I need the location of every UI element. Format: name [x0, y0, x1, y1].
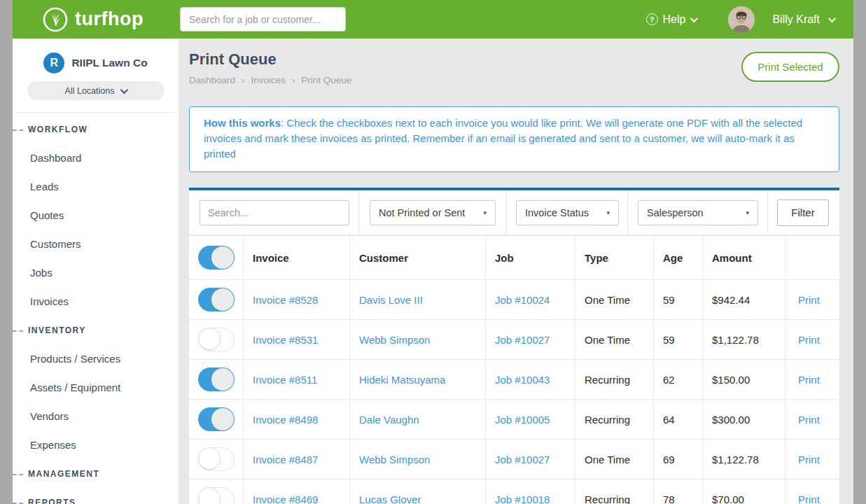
row-select-toggle[interactable]	[198, 407, 235, 431]
age-cell: 59	[654, 280, 703, 319]
chevron-down-icon	[690, 14, 698, 22]
invoice-status-value: Invoice Status	[525, 207, 589, 218]
invoice-link[interactable]: Invoice #8498	[253, 414, 318, 426]
type-cell: One Time	[575, 440, 654, 479]
table-search-input[interactable]	[200, 200, 349, 225]
row-select-toggle[interactable]	[198, 447, 235, 471]
age-cell: 69	[654, 440, 703, 479]
select-all-toggle[interactable]	[198, 246, 235, 270]
print-selected-button[interactable]: Print Selected	[741, 52, 839, 82]
invoice-status-select[interactable]: Invoice Status ▾	[516, 200, 619, 225]
sidebar-item-invoices[interactable]: Invoices	[13, 287, 179, 316]
customer-link[interactable]: Lucas Glover	[359, 493, 421, 504]
dash-decoration	[13, 330, 23, 332]
table-row: Invoice #8498 Dale Vaughn Job #10005 Rec…	[189, 400, 839, 440]
invoice-link[interactable]: Invoice #8511	[253, 374, 317, 386]
age-cell: 59	[654, 320, 703, 359]
filter-button[interactable]: Filter	[777, 200, 829, 226]
sidebar-item-products-services[interactable]: Products / Services	[13, 344, 179, 373]
help-menu[interactable]: ? Help	[646, 13, 697, 26]
dropdown-arrow-icon: ▾	[606, 209, 610, 216]
sidebar-item-expenses[interactable]: Expenses	[13, 430, 179, 459]
nav-section-reports: REPORTS	[13, 488, 179, 504]
customer-link[interactable]: Davis Love III	[359, 294, 423, 306]
company-logo: R	[43, 52, 64, 74]
nav-section-workflow: WORKFLOW	[13, 115, 179, 144]
invoice-table: Invoice Customer Job Type Age Amount Inv…	[189, 236, 839, 504]
dash-decoration	[13, 474, 23, 475]
customer-link[interactable]: Dale Vaughn	[359, 414, 419, 426]
job-link[interactable]: Job #10027	[495, 454, 550, 465]
invoice-link[interactable]: Invoice #8531	[253, 334, 318, 346]
job-link[interactable]: Job #10024	[495, 294, 550, 306]
column-header-actions	[785, 236, 839, 279]
user-name: Billy Kraft	[772, 13, 820, 26]
sidebar-nav: WORKFLOW Dashboard Leads Quotes Customer…	[13, 113, 179, 504]
amount-cell: $70.00	[703, 479, 785, 504]
company-name: RIIPL Lawn Co	[71, 57, 147, 69]
column-header-customer: Customer	[350, 236, 486, 279]
age-cell: 78	[654, 479, 703, 504]
company-header: R RIIPL Lawn Co	[13, 52, 179, 74]
amount-cell: $942.44	[703, 280, 785, 319]
column-header-job: Job	[486, 236, 575, 279]
job-link[interactable]: Job #10005	[495, 414, 550, 426]
breadcrumb-dashboard[interactable]: Dashboard	[189, 75, 235, 85]
customer-link[interactable]: Webb Simpson	[359, 454, 430, 465]
main-content: Print Queue Dashboard › Invoices › Print…	[179, 38, 853, 504]
job-link[interactable]: Job #10018	[495, 493, 550, 504]
breadcrumb: Dashboard › Invoices › Print Queue	[189, 75, 839, 85]
breadcrumb-invoices[interactable]: Invoices	[251, 75, 286, 85]
info-banner: How this works: Check the checkboxes nex…	[189, 106, 839, 172]
user-menu[interactable]: Billy Kraft	[728, 6, 834, 33]
global-search-input[interactable]	[180, 7, 346, 31]
user-avatar	[728, 6, 755, 33]
breadcrumb-separator: ›	[235, 75, 251, 85]
brand-logo[interactable]: turfhop	[42, 0, 144, 38]
row-select-toggle[interactable]	[198, 368, 235, 391]
printed-status-value: Not Printed or Sent	[379, 207, 465, 218]
print-link[interactable]: Print	[798, 414, 820, 426]
table-row: Invoice #8531 Webb Simpson Job #10027 On…	[189, 320, 839, 360]
type-cell: Recurring	[575, 360, 654, 399]
dropdown-arrow-icon: ▾	[483, 209, 487, 216]
salesperson-value: Salesperson	[647, 207, 704, 218]
sidebar-item-assets-equipment[interactable]: Assets / Equipment	[13, 373, 179, 402]
print-link[interactable]: Print	[798, 294, 820, 306]
help-icon: ?	[646, 13, 658, 25]
invoice-link[interactable]: Invoice #8469	[253, 493, 318, 504]
brand-name: turfhop	[75, 8, 144, 30]
row-select-toggle[interactable]	[198, 487, 235, 504]
amount-cell: $300.00	[703, 400, 785, 439]
print-link[interactable]: Print	[798, 374, 820, 386]
table-row: Invoice #8487 Webb Simpson Job #10027 On…	[189, 440, 839, 479]
row-select-toggle[interactable]	[198, 288, 235, 312]
breadcrumb-print-queue: Print Queue	[301, 75, 351, 85]
customer-link[interactable]: Hideki Matsuyama	[359, 374, 445, 386]
job-link[interactable]: Job #10027	[495, 334, 550, 346]
sidebar-item-jobs[interactable]: Jobs	[13, 258, 179, 287]
sidebar-item-dashboard[interactable]: Dashboard	[13, 144, 179, 172]
sidebar-item-quotes[interactable]: Quotes	[13, 201, 179, 230]
location-selector-label: All Locations	[65, 86, 115, 96]
print-link[interactable]: Print	[798, 454, 820, 465]
sidebar-item-customers[interactable]: Customers	[13, 230, 179, 258]
row-select-toggle[interactable]	[198, 328, 235, 351]
sidebar-item-vendors[interactable]: Vendors	[13, 402, 179, 430]
invoice-link[interactable]: Invoice #8487	[253, 454, 318, 465]
print-link[interactable]: Print	[798, 493, 820, 504]
sidebar-item-leads[interactable]: Leads	[13, 172, 179, 201]
location-selector[interactable]: All Locations	[27, 81, 165, 100]
info-banner-title: How this works	[204, 117, 281, 129]
salesperson-select[interactable]: Salesperson ▾	[638, 200, 758, 225]
customer-link[interactable]: Webb Simpson	[359, 334, 430, 346]
print-link[interactable]: Print	[798, 334, 820, 346]
printed-status-select[interactable]: Not Printed or Sent ▾	[370, 200, 496, 225]
filter-panel: Not Printed or Sent ▾ Invoice Status ▾ S…	[189, 188, 839, 234]
job-link[interactable]: Job #10043	[495, 374, 550, 386]
sidebar-company-block: R RIIPL Lawn Co All Locations	[13, 38, 179, 113]
table-header-row: Invoice Customer Job Type Age Amount	[189, 236, 839, 280]
invoice-link[interactable]: Invoice #8528	[253, 294, 318, 306]
type-cell: Recurring	[575, 479, 654, 504]
type-cell: One Time	[575, 320, 654, 359]
